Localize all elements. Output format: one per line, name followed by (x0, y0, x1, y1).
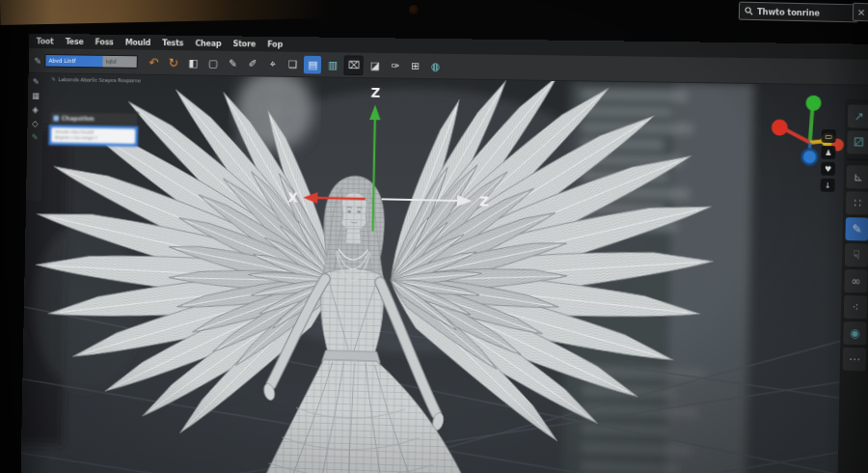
menu-item[interactable]: Tests (162, 38, 183, 47)
point-down-icon[interactable]: ☟ (845, 243, 868, 266)
panel-selection[interactable]: Smude mba frieddf Begens o ba seeger f (48, 125, 138, 147)
menu-item[interactable]: Fop (267, 40, 283, 49)
undo-icon[interactable]: ↶ (145, 53, 162, 71)
level-icon[interactable]: ⊾ (846, 165, 868, 188)
gizmo-left-label: X (288, 189, 299, 205)
edit-pen-icon[interactable]: ✎ (33, 78, 40, 87)
gizmo-right-label: Z (479, 193, 489, 209)
name-field[interactable]: Abvd Lintf Iqtd (45, 54, 138, 69)
add-sphere-icon[interactable]: ◍ (426, 57, 445, 75)
snap-grid-icon[interactable]: ∷ (846, 191, 868, 214)
axis-ball-blue[interactable] (801, 149, 817, 164)
suggestion-row[interactable]: Begens o ba seeger f (55, 135, 132, 142)
panel-header-icon (53, 115, 59, 121)
zoom-select-icon[interactable]: ⌖ (264, 55, 282, 73)
menu-item[interactable]: Cheap (195, 39, 221, 48)
menu-item[interactable]: Mould (125, 38, 151, 47)
frame-pill-icon[interactable]: ▭ (822, 129, 836, 143)
heart-pill-icon[interactable]: ♥ (821, 162, 835, 176)
status-icon: ✎ (51, 76, 55, 82)
poly-diamond-icon[interactable]: ◈ (32, 106, 39, 115)
gizmo-up-label: Z (370, 85, 380, 100)
monitor-screen: Toot Tese Foss Mould Tests Cheap Store F… (21, 34, 868, 473)
trash-icon[interactable]: ⌧ (344, 55, 364, 75)
webcam-dot (409, 5, 419, 14)
draw-tool-icon[interactable]: ✎ (845, 217, 868, 240)
brush-icon[interactable]: ✑ (387, 56, 404, 74)
tag-pen-icon[interactable]: ✐ (244, 54, 261, 72)
more-icon[interactable]: ⋯ (843, 348, 866, 372)
name-field-selected-text: Abvd Lintf (46, 55, 103, 67)
poly-diamond-icon-2[interactable]: ◇ (32, 120, 39, 128)
left-tool-rail: ✎ ▦ ◈ ◇ ✎ (26, 73, 43, 201)
green-pen-icon[interactable]: ✎ (32, 133, 39, 142)
sphere-icon[interactable]: ◉ (843, 321, 866, 346)
frame-icon[interactable]: ▢ (204, 54, 222, 72)
cube-group-icon[interactable]: ⊞ (406, 57, 423, 75)
viewport-side-icons: ▭ ♟ ♥ ↓ (821, 129, 836, 192)
pen-icon[interactable]: ✎ (224, 54, 241, 72)
toolbar-icons: ↶ ↻ ◧ ▢ ✎ ✐ ⌖ ❏ ▤ ▥ ⌧ ◪ ✑ ⊞ ◍ (145, 52, 445, 76)
redo-icon[interactable]: ↻ (165, 53, 182, 71)
menu-item[interactable]: Foss (95, 37, 114, 46)
render-view-icon[interactable]: ◪ (366, 56, 384, 74)
menu-item[interactable]: Store (233, 39, 257, 48)
menu-item[interactable]: Toot (37, 37, 54, 46)
3d-viewport[interactable]: Z X Z ✎ Labonds Aborlic Scayes Resporn (21, 73, 868, 473)
edit-pencil-icon: ✎ (34, 55, 41, 66)
grid-icon[interactable]: ▦ (32, 92, 40, 100)
rail-separator (847, 158, 868, 160)
menu-item[interactable]: Tese (66, 37, 84, 46)
close-button[interactable]: × (853, 3, 868, 21)
dice-icon[interactable]: ⚂ (847, 130, 868, 153)
arrow-down-pill-icon[interactable]: ↓ (821, 179, 835, 192)
axis-ball-green[interactable] (805, 96, 821, 111)
folder-icon[interactable]: ▤ (304, 55, 321, 73)
panel-header[interactable]: Chapsthm (49, 111, 139, 126)
toolbar-left-group: ✎ Abvd Lintf Iqtd (29, 54, 146, 69)
search-query-text[interactable]: Thwto tonrine (757, 7, 820, 17)
search-box[interactable]: Thwto tonrine (739, 2, 858, 23)
left-floating-panel: Chapsthm Smude mba frieddf Begens o ba s… (48, 111, 138, 147)
viewport-scene: Z X Z (21, 73, 868, 473)
panel-header-text: Chapsthm (62, 114, 95, 122)
duplicate-icon[interactable]: ❏ (284, 55, 301, 73)
lock-icon[interactable]: ◧ (184, 54, 202, 72)
link-icon[interactable]: ∞ (844, 269, 867, 293)
name-field-rest-text: Iqtd (103, 56, 137, 68)
scatter-icon[interactable]: ⁖ (844, 295, 867, 320)
display-icon[interactable]: ▥ (324, 56, 341, 74)
move-axis-icon[interactable]: ↗ (848, 104, 868, 127)
axis-ball-red[interactable] (772, 120, 788, 136)
suggestion-card[interactable]: Smude mba frieddf Begens o ba seeger f (51, 127, 135, 144)
search-icon (745, 7, 753, 15)
person-pill-icon[interactable]: ♟ (821, 146, 835, 159)
desk-edge (0, 0, 328, 25)
